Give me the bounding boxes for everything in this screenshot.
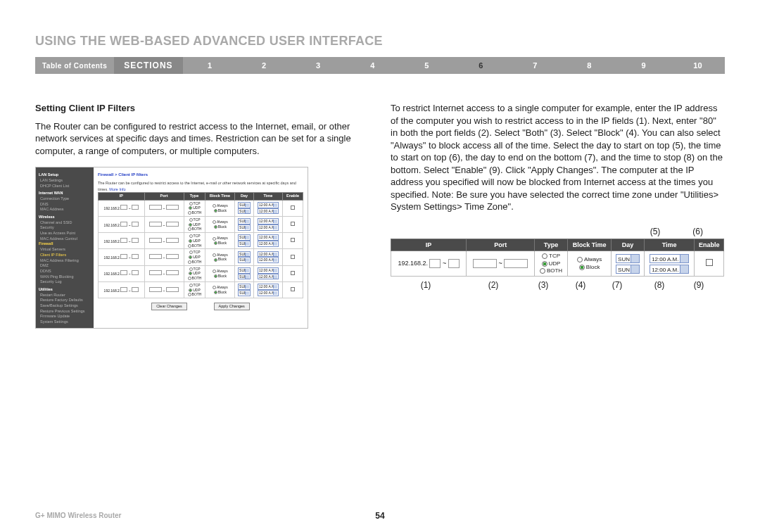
detail-callout: (5) (6) IPPortTypeBlock TimeDayTimeEnabl… xyxy=(391,226,724,291)
toc-label[interactable]: Table of Contents xyxy=(35,62,114,70)
router-breadcrumb: Firewall > Client IP filters xyxy=(98,172,303,177)
day-end-value: SUN xyxy=(618,267,630,273)
callout-2: (2) xyxy=(461,279,526,291)
time-start-value: 12:00 A.M. xyxy=(652,256,678,262)
router-more-link[interactable]: More Info xyxy=(109,187,125,191)
day-end-select[interactable]: SUN xyxy=(616,265,640,274)
ip-cell: 192.168.2. ~ xyxy=(391,251,467,277)
ip-end-input[interactable] xyxy=(448,259,460,268)
bt-always-label: Always xyxy=(584,256,602,262)
router-main: Firewall > Client IP filters The Router … xyxy=(94,167,308,328)
content-columns: Setting Client IP Filters The Router can… xyxy=(35,102,725,329)
port-start-input[interactable] xyxy=(473,259,497,268)
day-cell: SUN SUN xyxy=(612,251,645,277)
blocktime-cell: Always Block xyxy=(567,251,611,277)
instructions-paragraph: To restrict Internet access to a single … xyxy=(391,102,725,213)
ip-start-input[interactable] xyxy=(429,259,441,268)
type-cell: TCP UDP BOTH xyxy=(535,251,568,277)
page-footer: G+ MIMO Wireless Router 54 xyxy=(35,512,725,519)
router-desc: The Router can be configured to restrict… xyxy=(98,181,296,191)
router-filter-table: IPPortTypeBlock TimeDayTimeEnable 192.16… xyxy=(98,192,303,298)
router-screenshot: LAN SetupLAN SettingsDHCP Client ListInt… xyxy=(35,167,308,329)
section-link-3[interactable]: 3 xyxy=(291,61,346,70)
port-cell: ~ xyxy=(467,251,535,277)
detail-filter-table: IPPortTypeBlock TimeDayTimeEnable 192.16… xyxy=(391,239,724,277)
time-end-value: 12:00 A.M. xyxy=(652,267,678,273)
page-number: 54 xyxy=(375,511,384,521)
section-link-5[interactable]: 5 xyxy=(400,61,454,70)
section-link-9[interactable]: 9 xyxy=(616,61,671,70)
enable-checkbox[interactable] xyxy=(706,259,713,266)
time-cell: 12:00 A.M. 12:00 A.M. xyxy=(644,251,695,277)
section-link-2[interactable]: 2 xyxy=(237,61,291,70)
day-start-select[interactable]: SUN xyxy=(616,254,640,263)
type-tcp-label: TCP xyxy=(549,253,560,259)
bt-block-radio[interactable] xyxy=(579,265,585,270)
type-both-radio[interactable] xyxy=(540,268,545,274)
ip-prefix: 192.168.2. xyxy=(398,260,428,267)
callout-4: (4) xyxy=(561,279,600,291)
callout-9: (9) xyxy=(685,279,713,291)
time-end-select[interactable]: 12:00 A.M. xyxy=(650,265,689,274)
product-name: G+ MIMO Wireless Router xyxy=(35,512,121,519)
type-udp-radio[interactable] xyxy=(542,261,547,267)
clear-changes-button[interactable]: Clear Changes xyxy=(151,303,187,310)
left-column: Setting Client IP Filters The Router can… xyxy=(35,102,369,329)
bt-block-label: Block xyxy=(586,264,600,270)
apply-changes-button[interactable]: Apply Changes xyxy=(214,303,250,310)
enable-cell xyxy=(695,251,724,277)
section-subhead: Setting Client IP Filters xyxy=(35,102,369,115)
sections-label: SECTIONS xyxy=(114,57,182,74)
section-link-6[interactable]: 6 xyxy=(454,61,508,70)
router-nav: LAN SetupLAN SettingsDHCP Client ListInt… xyxy=(36,167,94,328)
intro-paragraph: The Router can be configured to restrict… xyxy=(35,120,369,158)
callout-3: (3) xyxy=(526,279,561,291)
sections-bar: Table of Contents SECTIONS 1 2 3 4 5 6 7… xyxy=(35,57,725,74)
time-start-select[interactable]: 12:00 A.M. xyxy=(650,254,689,263)
section-link-1[interactable]: 1 xyxy=(183,61,237,70)
right-column: To restrict Internet access to a single … xyxy=(391,102,725,329)
section-link-10[interactable]: 10 xyxy=(671,61,725,70)
callout-8: (8) xyxy=(634,279,685,291)
section-link-4[interactable]: 4 xyxy=(346,61,400,70)
section-link-7[interactable]: 7 xyxy=(508,61,562,70)
type-tcp-radio[interactable] xyxy=(542,253,547,259)
type-both-label: BOTH xyxy=(547,267,562,274)
page-title: USING THE WEB-BASED ADVANCED USER INTERF… xyxy=(35,34,725,49)
bt-always-radio[interactable] xyxy=(577,257,583,262)
port-end-input[interactable] xyxy=(504,259,528,268)
type-udp-label: UDP xyxy=(549,260,561,267)
section-link-8[interactable]: 8 xyxy=(562,61,616,70)
callout-5: (5) xyxy=(650,226,661,237)
callout-6: (6) xyxy=(692,226,703,237)
callout-1: (1) xyxy=(391,279,461,291)
day-start-value: SUN xyxy=(618,256,630,262)
callout-7: (7) xyxy=(600,279,634,291)
